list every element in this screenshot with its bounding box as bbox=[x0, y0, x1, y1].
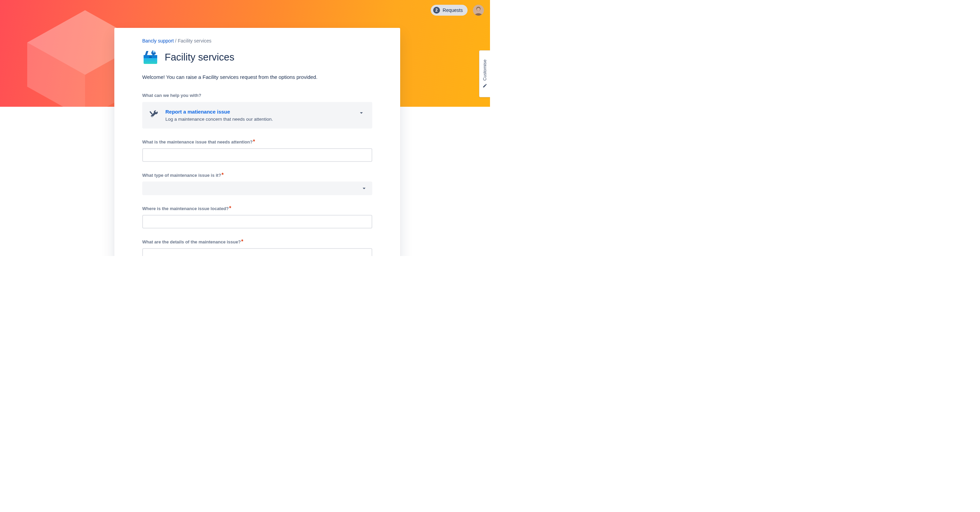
request-type-selector[interactable]: Report a matienance issue Log a maintena… bbox=[142, 102, 372, 128]
chevron-down-icon bbox=[361, 185, 368, 192]
issue-details-textarea[interactable] bbox=[142, 248, 372, 256]
customise-tab-label: Customise bbox=[482, 60, 487, 81]
breadcrumb-root-link[interactable]: Bancly support bbox=[142, 38, 174, 43]
user-avatar[interactable] bbox=[473, 5, 484, 16]
issue-summary-input[interactable] bbox=[142, 148, 372, 162]
breadcrumb-separator: / bbox=[175, 38, 177, 43]
requests-label: Requests bbox=[443, 8, 463, 13]
issue-type-select[interactable] bbox=[142, 182, 372, 195]
requests-button[interactable]: 2 Requests bbox=[431, 5, 468, 16]
issue-type-label: What type of maintenance issue is it? bbox=[142, 173, 221, 178]
svg-rect-12 bbox=[150, 111, 153, 114]
required-marker: * bbox=[253, 139, 255, 144]
toolbox-icon bbox=[142, 50, 159, 65]
request-type-title: Report a matienance issue bbox=[165, 109, 351, 114]
svg-rect-8 bbox=[149, 56, 152, 58]
required-marker: * bbox=[221, 172, 224, 178]
breadcrumb: Bancly support / Facility services bbox=[142, 38, 372, 43]
required-marker: * bbox=[229, 205, 231, 211]
issue-location-label: Where is the maintenance issue located? bbox=[142, 206, 229, 211]
request-type-description: Log a maintenance concern that needs our… bbox=[165, 117, 351, 122]
svg-point-5 bbox=[477, 8, 480, 11]
svg-point-11 bbox=[153, 51, 155, 53]
required-marker: * bbox=[241, 239, 243, 244]
issue-summary-label: What is the maintenance issue that needs… bbox=[142, 139, 253, 144]
customise-tab[interactable]: Customise bbox=[479, 50, 490, 97]
help-section-label: What can we help you with? bbox=[142, 93, 372, 98]
requests-count-badge: 2 bbox=[433, 7, 440, 14]
welcome-text: Welcome! You can raise a Facility servic… bbox=[142, 74, 372, 80]
request-form-card: Bancly support / Facility services bbox=[115, 28, 400, 256]
issue-details-label: What are the details of the maintenance … bbox=[142, 239, 241, 244]
issue-location-input[interactable] bbox=[142, 215, 372, 228]
svg-marker-9 bbox=[145, 51, 148, 55]
pencil-icon bbox=[482, 83, 487, 88]
wrench-screwdriver-icon bbox=[150, 109, 159, 118]
breadcrumb-current: Facility services bbox=[178, 38, 212, 43]
page-title: Facility services bbox=[165, 52, 234, 63]
chevron-down-icon bbox=[358, 109, 365, 116]
